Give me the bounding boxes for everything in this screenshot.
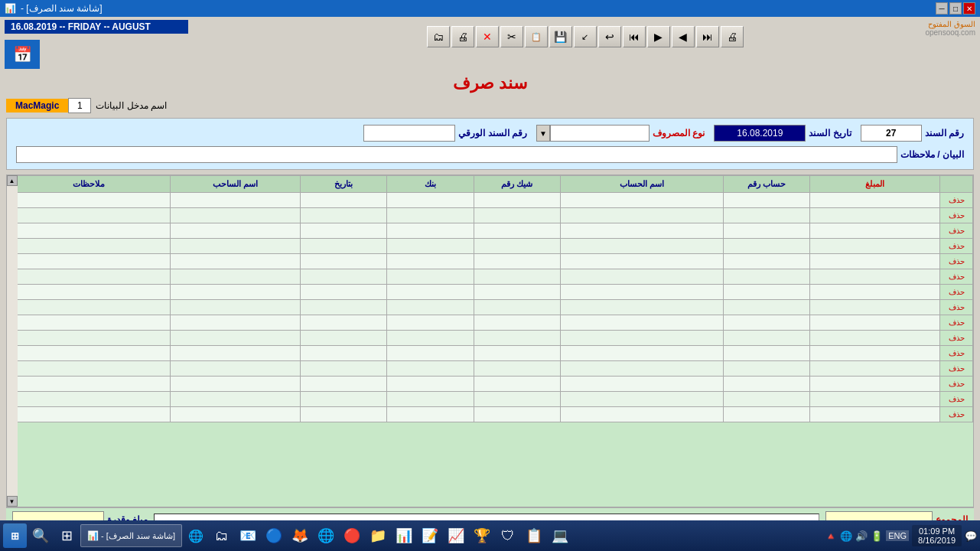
toolbar-back-btn[interactable]: ↩ — [598, 26, 621, 47]
cell-notes[interactable] — [8, 239, 171, 254]
cell-account_num[interactable] — [723, 285, 809, 300]
cell-bank[interactable] — [387, 223, 474, 239]
cell-holder[interactable] — [170, 407, 300, 422]
cell-notes[interactable] — [8, 377, 171, 392]
taskbar-apps-icon[interactable]: ⊞ — [54, 523, 79, 548]
cell-holder[interactable] — [170, 208, 300, 223]
type-dropdown-btn[interactable]: ▼ — [536, 125, 550, 142]
cell-amount[interactable] — [810, 392, 940, 407]
cell-notes[interactable] — [8, 254, 171, 269]
delete-cell[interactable]: حذف — [940, 193, 973, 208]
cell-date[interactable] — [300, 254, 386, 269]
cell-date[interactable] — [300, 315, 386, 331]
toolbar-close-btn[interactable]: ✕ — [476, 26, 499, 47]
cell-holder[interactable] — [170, 193, 300, 208]
taskbar-icon-4[interactable]: 🔵 — [262, 523, 286, 548]
cell-bank[interactable] — [387, 254, 474, 269]
cell-notes[interactable] — [8, 208, 171, 223]
delete-cell[interactable]: حذف — [940, 377, 973, 392]
cell-account_name[interactable] — [561, 208, 724, 223]
cell-account_num[interactable] — [723, 346, 809, 361]
cell-check_num[interactable] — [474, 346, 560, 361]
cell-holder[interactable] — [170, 392, 300, 407]
cell-holder[interactable] — [170, 254, 300, 269]
cell-check_num[interactable] — [474, 208, 560, 223]
cell-account_num[interactable] — [723, 407, 809, 422]
cell-date[interactable] — [300, 392, 386, 407]
cell-account_num[interactable] — [723, 269, 809, 285]
cell-check_num[interactable] — [474, 407, 560, 422]
cell-holder[interactable] — [170, 377, 300, 392]
cell-holder[interactable] — [170, 285, 300, 300]
cell-amount[interactable] — [810, 346, 940, 361]
tray-battery-icon[interactable]: 🔋 — [871, 530, 883, 542]
table-scrollbar[interactable]: ▲ ▼ — [7, 175, 18, 507]
taskbar-icon-2[interactable]: 🗂 — [210, 523, 234, 548]
cell-bank[interactable] — [387, 377, 474, 392]
cell-bank[interactable] — [387, 193, 474, 208]
cell-date[interactable] — [300, 208, 386, 223]
cell-account_num[interactable] — [723, 193, 809, 208]
delete-cell[interactable]: حذف — [940, 407, 973, 422]
cell-bank[interactable] — [387, 239, 474, 254]
taskbar-icon-5[interactable]: 🦊 — [288, 523, 312, 548]
cell-holder[interactable] — [170, 346, 300, 361]
cell-bank[interactable] — [387, 346, 474, 361]
cell-check_num[interactable] — [474, 377, 560, 392]
cell-check_num[interactable] — [474, 269, 560, 285]
cell-date[interactable] — [300, 285, 386, 300]
delete-cell[interactable]: حذف — [940, 254, 973, 269]
cell-notes[interactable] — [8, 315, 171, 331]
delete-cell[interactable]: حذف — [940, 208, 973, 223]
toolbar-next-btn[interactable]: ▶ — [647, 26, 670, 47]
cell-notes[interactable] — [8, 269, 171, 285]
taskbar-icon-10[interactable]: 📝 — [418, 523, 442, 548]
cell-account_num[interactable] — [723, 315, 809, 331]
start-button[interactable]: ⊞ — [3, 523, 27, 548]
cell-holder[interactable] — [170, 315, 300, 331]
cell-check_num[interactable] — [474, 392, 560, 407]
toolbar-first-btn[interactable]: ⏮ — [623, 26, 646, 47]
cell-bank[interactable] — [387, 407, 474, 422]
cell-account_name[interactable] — [561, 407, 724, 422]
cell-account_name[interactable] — [561, 193, 724, 208]
cell-check_num[interactable] — [474, 361, 560, 377]
cell-date[interactable] — [300, 331, 386, 346]
tray-notification-icon[interactable]: 💬 — [965, 530, 977, 542]
cell-amount[interactable] — [810, 208, 940, 223]
cell-account_name[interactable] — [561, 392, 724, 407]
cell-date[interactable] — [300, 300, 386, 315]
taskbar-clock[interactable]: 01:09 PM 8/16/2019 — [912, 525, 962, 546]
cell-bank[interactable] — [387, 361, 474, 377]
taskbar-icon-9[interactable]: 📊 — [392, 523, 416, 548]
cell-account_num[interactable] — [723, 208, 809, 223]
cell-notes[interactable] — [8, 407, 171, 422]
cell-notes[interactable] — [8, 223, 171, 239]
cell-amount[interactable] — [810, 361, 940, 377]
cell-amount[interactable] — [810, 269, 940, 285]
cell-account_name[interactable] — [561, 361, 724, 377]
scroll-up-btn[interactable]: ▲ — [7, 175, 18, 186]
cell-notes[interactable] — [8, 331, 171, 346]
cell-bank[interactable] — [387, 315, 474, 331]
paper-number-input[interactable] — [363, 125, 455, 142]
cell-amount[interactable] — [810, 254, 940, 269]
cell-date[interactable] — [300, 193, 386, 208]
taskbar-search-icon[interactable]: 🔍 — [28, 523, 53, 548]
cell-account_name[interactable] — [561, 331, 724, 346]
cell-check_num[interactable] — [474, 331, 560, 346]
delete-cell[interactable]: حذف — [940, 269, 973, 285]
toolbar-print-btn[interactable]: 🖨 — [451, 26, 474, 47]
cell-amount[interactable] — [810, 193, 940, 208]
toolbar-last-btn[interactable]: ⏭ — [696, 26, 719, 47]
cell-check_num[interactable] — [474, 239, 560, 254]
cell-account_num[interactable] — [723, 223, 809, 239]
cell-check_num[interactable] — [474, 315, 560, 331]
delete-cell[interactable]: حذف — [940, 392, 973, 407]
cell-account_num[interactable] — [723, 300, 809, 315]
cell-date[interactable] — [300, 223, 386, 239]
minimize-button[interactable]: ─ — [936, 2, 948, 15]
cell-holder[interactable] — [170, 239, 300, 254]
tray-icon-1[interactable]: 🔺 — [825, 530, 837, 542]
cell-date[interactable] — [300, 346, 386, 361]
